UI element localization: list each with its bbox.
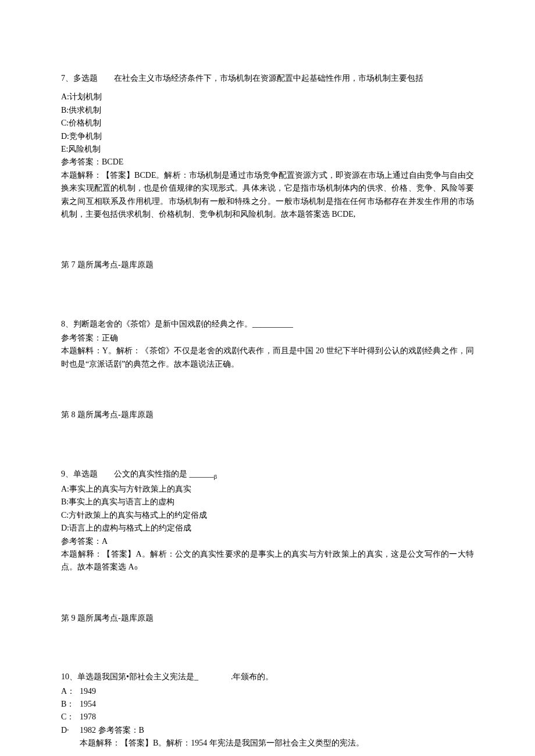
q9-explanation: 本题解释：【答案】A。解析：公文的真实性要求的是事实上的真实与方针政策上的真实，… xyxy=(61,548,474,574)
q10-row-b: B： 1954 xyxy=(61,698,368,711)
q10-explanation: 本题解释：【答案】B。解析：1954 年宪法是我国第一部社会主义类型的宪法。 xyxy=(80,737,368,750)
q10-label-a: A： xyxy=(61,685,80,698)
q7-option-d: D:竞争机制 xyxy=(61,130,474,143)
q9-answer: 参考答案：A xyxy=(61,535,474,548)
question-9: 9、单选题 公文的真实性指的是 ______β A:事实上的真实与方针政策上的真… xyxy=(61,468,474,574)
q9-header-text: 9、单选题 公文的真实性指的是 ______ xyxy=(61,470,214,478)
q7-option-e: E:风险机制 xyxy=(61,143,474,156)
q9-option-d: D:语言上的虚构与格式上的约定俗成 xyxy=(61,522,474,535)
q7-option-b: B:供求机制 xyxy=(61,104,474,117)
q10-label-empty xyxy=(61,737,80,750)
q9-header-sub: β xyxy=(214,472,217,479)
q10-label-d: D· xyxy=(61,724,80,737)
q7-topic: 第 7 题所属考点-题库原题 xyxy=(61,259,474,271)
q7-answer: 参考答案：BCDE xyxy=(61,156,474,169)
q9-option-b: B:事实上的真实与语言上的虚构 xyxy=(61,496,474,508)
q10-row-explain: 本题解释：【答案】B。解析：1954 年宪法是我国第一部社会主义类型的宪法。 xyxy=(61,737,368,750)
q7-option-a: A:计划机制 xyxy=(61,91,474,103)
spacer xyxy=(61,272,474,310)
q7-header: 7、多选题 在社会主义市场经济条件下，市场机制在资源配置中起基础性作用，市场机制… xyxy=(61,72,474,85)
spacer xyxy=(61,86,474,91)
q9-option-c: C:方针政策上的真实与格式上的约定俗成 xyxy=(61,509,474,522)
q10-value-a: 1949 xyxy=(80,685,368,698)
spacer xyxy=(61,574,474,612)
q10-value-c: 1978 xyxy=(80,711,368,723)
spacer xyxy=(61,625,474,662)
q7-explanation: 本题解释：【答案】BCDE。解析：市场机制是通过市场竞争配置资源方式，即资源在市… xyxy=(61,169,474,221)
q8-answer: 参考答案：正确 xyxy=(61,332,474,345)
question-10: 10、单选题我国第•部社会主义宪法是_ .年颁布的。 A： 1949 B： 19… xyxy=(61,671,474,750)
q9-option-a: A:事实上的真实与方针政策上的真实 xyxy=(61,483,474,496)
q10-options-table: A： 1949 B： 1954 C： 1978 D· 1982 参考答案：B 本… xyxy=(61,685,368,750)
spacer xyxy=(61,371,474,409)
q10-label-c: C： xyxy=(61,711,80,723)
spacer xyxy=(61,422,474,460)
q10-header: 10、单选题我国第•部社会主义宪法是_ .年颁布的。 xyxy=(61,671,474,683)
q7-option-c: C:价格机制 xyxy=(61,117,474,130)
q10-value-b: 1954 xyxy=(80,698,368,711)
q10-label-b: B： xyxy=(61,698,80,711)
q9-header: 9、单选题 公文的真实性指的是 ______β xyxy=(61,468,474,482)
q8-topic: 第 8 题所属考点-题库原题 xyxy=(61,409,474,421)
q9-topic: 第 9 题所属考点-题库原题 xyxy=(61,612,474,625)
q10-row-c: C： 1978 xyxy=(61,711,368,723)
q8-explanation: 本题解料：Y。解析：《茶馆》不仅是老舍的戏剧代表作，而且是中国 20 世纪下半叶… xyxy=(61,345,474,371)
question-8: 8、判断题老舍的《茶馆》是新中国戏剧的经典之作。__________ 参考答案：… xyxy=(61,318,474,371)
q10-row-d: D· 1982 参考答案：B xyxy=(61,724,368,737)
q10-row-a: A： 1949 xyxy=(61,685,368,698)
q8-header: 8、判断题老舍的《茶馆》是新中国戏剧的经典之作。__________ xyxy=(61,318,474,331)
document-page: 7、多选题 在社会主义市场经济条件下，市场机制在资源配置中起基础性作用，市场机制… xyxy=(0,0,535,756)
q10-value-d-and-answer: 1982 参考答案：B xyxy=(80,724,368,737)
question-7: 7、多选题 在社会主义市场经济条件下，市场机制在资源配置中起基础性作用，市场机制… xyxy=(61,72,474,221)
spacer xyxy=(61,221,474,259)
